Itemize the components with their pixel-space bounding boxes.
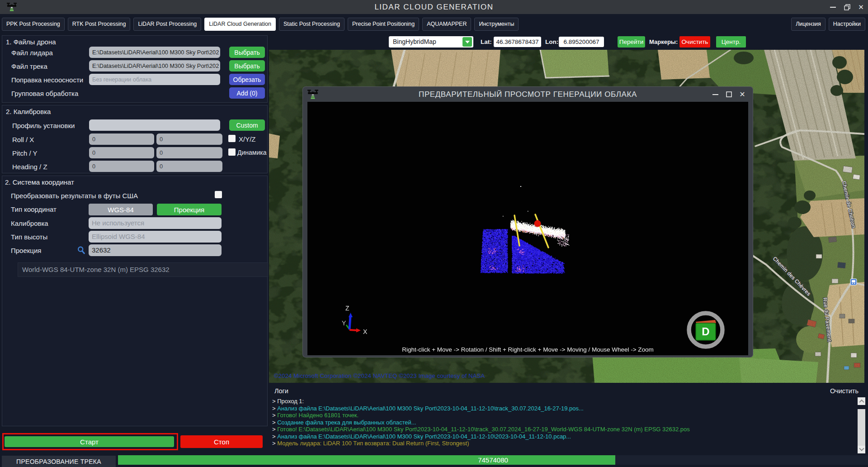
projection-label: Проекция [11, 247, 41, 254]
tab-rtk-post-processing[interactable]: RTK Post Processing [68, 18, 131, 31]
scroll-up-button[interactable] [858, 397, 865, 405]
feet-conversion-checkbox[interactable] [215, 191, 222, 198]
logs-title: Логи [274, 387, 288, 395]
lat-input[interactable]: 46.3678678437 [494, 37, 541, 47]
scroll-thumb[interactable] [858, 409, 865, 446]
chevron-down-icon [859, 446, 864, 451]
tab-static-post-processing[interactable]: Static Post Processing [279, 18, 344, 31]
crop-button[interactable]: Обрезать [229, 74, 265, 85]
map-attribution: ©2024 Microsoft Corporation ©2024 NAVTEQ… [274, 372, 485, 379]
add-batch-button[interactable]: Add (0) [229, 87, 265, 99]
pitch-input-2[interactable]: 0 [156, 147, 222, 158]
go-to-button[interactable]: Перейти [618, 36, 645, 48]
title-bar: LIDAR CLOUD GENERATION ✕ [0, 0, 868, 14]
custom-profile-button[interactable]: Custom [229, 119, 265, 131]
section-coordinate-system: 2. Система координат Преобразовать резул… [2, 176, 268, 426]
xyz-checkbox-label: X/Y/Z [239, 135, 256, 143]
log-line: > Готово! Найдено 61801 точек. [272, 412, 359, 419]
section-title: 2. Система координат [5, 178, 74, 186]
roll-input-1[interactable]: 0 [89, 133, 154, 145]
lidar-file-browse-button[interactable]: Выбрать [229, 47, 265, 58]
point-cloud-viewport[interactable]: Z Y X D Right-click + Move -> Rotation /… [307, 102, 748, 355]
tab-lidar-post-processing[interactable]: LiDAR Post Processing [133, 18, 201, 31]
start-button[interactable]: Старт [5, 436, 174, 447]
section-calibration: 2. Калибровка Профиль установки Custom R… [2, 105, 268, 173]
search-icon[interactable] [76, 245, 86, 256]
pitch-input-1[interactable]: 0 [89, 147, 154, 158]
clear-markers-button[interactable]: Очистить [679, 36, 710, 48]
bus-stop-icon [850, 279, 857, 285]
preview-title-bar[interactable]: ПРЕДВАРИТЕЛЬНЫЙ ПРОСМОТР ГЕНЕРАЦИИ ОБЛАК… [303, 87, 753, 102]
lat-label: Lat: [481, 38, 492, 45]
window-restore-button[interactable] [840, 0, 854, 14]
heading-input-2[interactable]: 0 [156, 161, 222, 172]
status-bar: ПРЕОБРАЗОВАНИЕ ТРЕКА 74574080 [0, 453, 868, 467]
tab-ppk-post-processing[interactable]: PPK Post Processing [2, 18, 65, 31]
tab-instruments[interactable]: Инструменты [474, 18, 519, 31]
settings-button[interactable]: Настройки [829, 18, 865, 31]
misalignment-input[interactable]: Без генерации облака [89, 74, 220, 85]
markers-label: Маркеры: [649, 38, 678, 45]
map-layer-value: BingHybridMap [393, 38, 436, 45]
log-line: > Готово! E:\Datasets\LiDAR\Aerial\100 M… [272, 426, 690, 433]
pitch-label: Pitch / Y [12, 149, 38, 157]
log-line: > Проход 1: [272, 398, 304, 405]
log-line: > Анализ файла E:\Datasets\LiDAR\Aerial\… [272, 433, 571, 440]
tab-precise-point-positioning[interactable]: Precise Point Positioning [348, 18, 419, 31]
coord-type-label: Тип координат [11, 205, 57, 213]
clear-logs-button[interactable]: Очистить [830, 387, 859, 395]
section-title: 2. Калибровка [6, 108, 51, 115]
lon-input[interactable]: 6.895200067 [559, 37, 604, 47]
window-close-button[interactable]: ✕ [854, 0, 868, 14]
progress-bar: 74574080 [118, 455, 868, 465]
preview-minimize-button[interactable] [708, 87, 722, 102]
tab-aquamapper[interactable]: AQUAMAPPER [422, 18, 471, 31]
preview-maximize-button[interactable] [722, 87, 736, 102]
height-type-label: Тип высоты [11, 233, 47, 241]
center-map-button[interactable]: Центр. [716, 36, 746, 48]
wgs84-toggle-button[interactable]: WGS-84 [89, 204, 153, 215]
profile-input[interactable] [89, 119, 220, 131]
roll-label: Roll / X [12, 136, 34, 143]
section-drone-files: 1. Файлы дрона Файл лидара E:\Datasets\L… [2, 35, 268, 103]
tab-bar: PPK Post Processing RTK Post Processing … [2, 18, 522, 31]
close-icon: ✕ [858, 4, 864, 10]
preview-close-button[interactable]: ✕ [736, 87, 749, 102]
axis-y-label: Y [342, 319, 346, 327]
track-file-input[interactable]: E:\Datasets\LiDAR\Aerial\100 M300 Sky Po… [89, 60, 220, 71]
status-stage-label: ПРЕОБРАЗОВАНИЕ ТРЕКА [2, 456, 116, 467]
application-window: LIDAR CLOUD GENERATION ✕ PPK Post Proces… [0, 0, 868, 467]
window-minimize-button[interactable] [826, 0, 840, 14]
stop-button[interactable]: Стоп [180, 435, 263, 448]
maximize-icon [726, 91, 732, 97]
map-layer-select[interactable]: BingHybridMap [389, 36, 473, 48]
viewport-hint: Right-click + Move -> Rotation / Shift +… [307, 346, 748, 353]
progress-value: 74574080 [118, 456, 868, 464]
profile-label: Профиль установки [12, 122, 75, 129]
projection-toggle-button[interactable]: Проекция [157, 204, 222, 215]
epsg-list-item[interactable]: World-WGS 84-UTM-zone 32N (m) EPSG 32632 [18, 262, 268, 277]
scroll-down-button[interactable] [858, 446, 865, 453]
projection-epsg-input[interactable]: 32632 [89, 244, 222, 256]
log-panel: Логи Очистить > Проход 1: > Анализ файла… [269, 384, 868, 453]
calibration-input[interactable]: Не используется [89, 217, 222, 229]
height-type-input[interactable]: Ellipsoid WGS-84 [89, 231, 222, 243]
roll-input-2[interactable]: 0 [156, 133, 222, 145]
dynamics-checkbox[interactable] [228, 148, 236, 156]
track-file-browse-button[interactable]: Выбрать [229, 60, 265, 71]
log-line: > Модель лидара: LiDAR 100 Тип возврата:… [272, 440, 469, 447]
lidar-file-label: Файл лидара [11, 49, 53, 57]
xyz-checkbox[interactable] [228, 135, 236, 142]
dropdown-arrow-icon[interactable] [462, 37, 472, 47]
lidar-file-input[interactable]: E:\Datasets\LiDAR\Aerial\100 M300 Sky Po… [89, 47, 220, 58]
axis-z-label: Z [345, 305, 349, 312]
minimize-icon [830, 7, 836, 8]
preview-title: ПРЕДВАРИТЕЛЬНЫЙ ПРОСМОТР ГЕНЕРАЦИИ ОБЛАК… [303, 90, 753, 99]
feet-conversion-label: Преобразовать результаты в футы США [11, 192, 138, 200]
heading-input-1[interactable]: 0 [89, 161, 154, 172]
start-button-highlight: Старт [2, 433, 178, 450]
tab-lidar-cloud-generation[interactable]: LiDAR Cloud Generation [204, 18, 276, 31]
log-scrollbar[interactable] [858, 397, 865, 453]
heading-label: Heading / Z [12, 163, 47, 171]
license-button[interactable]: Лицензия [791, 18, 826, 31]
